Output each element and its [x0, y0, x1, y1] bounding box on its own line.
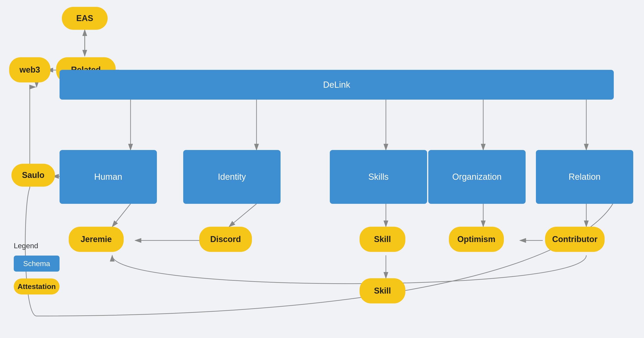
diagram-container: EAS Related web3 DeLink Human Identity S… [0, 0, 644, 338]
relation-node[interactable]: Relation [536, 150, 633, 204]
legend-attestation-item: Attestation [14, 278, 60, 294]
saulo-node[interactable]: Saulo [12, 164, 55, 187]
legend: Legend Schema Attestation [14, 242, 60, 301]
organization-label: Organization [452, 172, 502, 182]
legend-attestation-label: Attestation [18, 282, 56, 291]
contributor-node[interactable]: Contributor [545, 227, 604, 252]
skill2-label: Skill [374, 286, 391, 296]
legend-title: Legend [14, 242, 60, 250]
discord-node[interactable]: Discord [199, 227, 252, 252]
web3-label: web3 [20, 65, 40, 75]
saulo-label: Saulo [22, 170, 44, 180]
identity-label: Identity [218, 172, 246, 182]
skill1-node[interactable]: Skill [360, 227, 405, 252]
skills-label: Skills [368, 172, 389, 182]
contributor-label: Contributor [552, 234, 598, 244]
human-label: Human [94, 172, 122, 182]
delink-label: DeLink [323, 80, 350, 90]
relation-label: Relation [569, 172, 600, 182]
jeremie-label: Jeremie [80, 234, 112, 244]
eas-node[interactable]: EAS [62, 7, 108, 30]
organization-node[interactable]: Organization [428, 150, 526, 204]
discord-label: Discord [210, 234, 241, 244]
legend-schema-label: Schema [23, 260, 50, 268]
identity-node[interactable]: Identity [183, 150, 280, 204]
optimism-node[interactable]: Optimism [449, 227, 504, 252]
skill2-node[interactable]: Skill [360, 278, 405, 304]
skill1-label: Skill [374, 234, 391, 244]
legend-attest-box: Attestation [14, 278, 60, 294]
legend-schema-box: Schema [14, 256, 60, 272]
eas-label: EAS [76, 14, 93, 23]
legend-schema-item: Schema [14, 256, 60, 272]
svg-line-9 [229, 204, 256, 227]
skills-node[interactable]: Skills [330, 150, 427, 204]
jeremie-node[interactable]: Jeremie [69, 227, 124, 252]
svg-line-8 [112, 204, 130, 227]
optimism-label: Optimism [457, 234, 495, 244]
human-node[interactable]: Human [60, 150, 157, 204]
delink-node[interactable]: DeLink [60, 70, 614, 100]
web3-node[interactable]: web3 [9, 57, 50, 82]
